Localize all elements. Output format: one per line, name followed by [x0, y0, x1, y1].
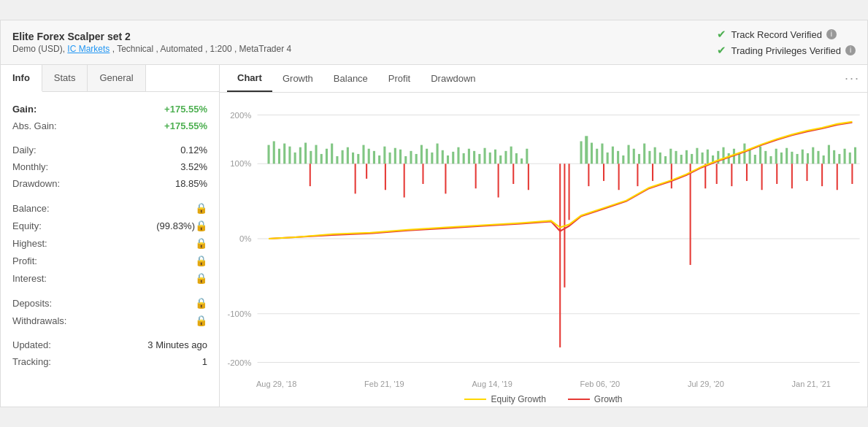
updated-label: Updated:	[12, 339, 51, 350]
svg-text:0%: 0%	[239, 234, 251, 243]
drawdown-row: Drawdown: 18.85%	[12, 175, 207, 192]
daily-value: 0.12%	[180, 145, 207, 155]
deposits-value: 🔒	[195, 297, 207, 309]
svg-text:-200%: -200%	[228, 358, 252, 367]
svg-text:100%: 100%	[230, 159, 251, 168]
highest-label: Highest:	[12, 238, 47, 249]
gain-row: Gain: +175.55%	[12, 101, 207, 118]
lock-icon-balance: 🔒	[195, 202, 207, 214]
daily-label: Daily:	[12, 145, 37, 155]
monthly-label: Monthly:	[12, 161, 48, 172]
lock-icon-equity: 🔒	[195, 220, 207, 231]
daily-row: Daily: 0.12%	[12, 142, 207, 158]
legend-growth-label: Growth	[594, 394, 623, 404]
tracking-value: 1	[202, 356, 207, 367]
withdrawals-row: Withdrawals: 🔒	[12, 312, 207, 329]
highest-value: 🔒	[195, 237, 207, 249]
monthly-row: Monthly: 3.52%	[12, 158, 207, 175]
header-right: ✔ Track Record Verified i ✔ Trading Priv…	[717, 28, 856, 57]
info-icon-2[interactable]: i	[845, 45, 856, 55]
equity-label: Equity:	[12, 220, 42, 231]
broker-link[interactable]: IC Markets	[67, 44, 110, 54]
balance-value: 🔒	[195, 202, 207, 214]
abs-gain-row: Abs. Gain: +175.55%	[12, 118, 207, 134]
drawdown-value: 18.85%	[175, 178, 207, 189]
interest-row: Interest: 🔒	[12, 269, 207, 287]
updated-value: 3 Minutes ago	[147, 339, 207, 350]
chart-area: 200% 100% 0% -100% -200%	[220, 93, 867, 407]
highest-row: Highest: 🔒	[12, 234, 207, 252]
chart-section: Chart Growth Balance Profit Drawdown ···…	[220, 65, 867, 407]
legend-growth-line	[568, 399, 590, 400]
equity-text: (99.83%)	[156, 220, 195, 231]
chart-tab-chart[interactable]: Chart	[227, 65, 272, 92]
verified-label-1: Track Record Verified	[731, 29, 822, 40]
x-label-2: Feb 21, '19	[364, 380, 404, 388]
chart-tabs: Chart Growth Balance Profit Drawdown ···	[220, 65, 867, 93]
chart-svg: 200% 100% 0% -100% -200%	[220, 100, 867, 377]
page-title: Elite Forex Scalper set 2	[12, 31, 291, 42]
svg-text:-100%: -100%	[228, 309, 252, 318]
abs-gain-label: Abs. Gain:	[12, 120, 57, 131]
legend-equity: Equity Growth	[464, 394, 545, 404]
info-icon-1[interactable]: i	[826, 29, 837, 39]
trading-privileges-verified: ✔ Trading Privileges Verified i	[717, 44, 856, 57]
chart-tab-growth[interactable]: Growth	[272, 66, 323, 91]
abs-gain-value: +175.55%	[164, 120, 207, 131]
gain-value: +175.55%	[164, 104, 207, 115]
x-label-5: Jul 29, '20	[688, 380, 724, 388]
sidebar: Info Stats General Gain: +175.55% Abs. G…	[1, 65, 220, 407]
check-icon-1: ✔	[717, 28, 726, 41]
lock-icon-withdrawals: 🔒	[195, 315, 207, 326]
main-container: Elite Forex Scalper set 2 Demo (USD), IC…	[0, 20, 868, 407]
lock-icon-deposits: 🔒	[195, 297, 207, 309]
legend-growth: Growth	[568, 394, 623, 404]
monthly-value: 3.52%	[180, 161, 207, 172]
green-bars	[269, 136, 855, 164]
x-label-3: Aug 14, '19	[472, 380, 512, 388]
verified-label-2: Trading Privileges Verified	[731, 45, 841, 56]
red-bars	[310, 164, 853, 347]
lock-icon-profit: 🔒	[195, 255, 207, 266]
sidebar-tabs: Info Stats General	[1, 65, 219, 92]
deposits-row: Deposits: 🔒	[12, 294, 207, 312]
header-left: Elite Forex Scalper set 2 Demo (USD), IC…	[12, 31, 291, 54]
interest-value: 🔒	[195, 272, 207, 284]
withdrawals-value: 🔒	[195, 315, 207, 326]
tab-stats[interactable]: Stats	[42, 65, 88, 91]
withdrawals-label: Withdrawals:	[12, 315, 66, 326]
x-label-1: Aug 29, '18	[256, 380, 296, 388]
chart-tab-profit[interactable]: Profit	[378, 66, 420, 91]
sidebar-info-content: Gain: +175.55% Abs. Gain: +175.55% Daily…	[1, 92, 219, 379]
svg-text:200%: 200%	[230, 111, 251, 120]
tracking-row: Tracking: 1	[12, 353, 207, 370]
legend-equity-label: Equity Growth	[491, 394, 545, 404]
header: Elite Forex Scalper set 2 Demo (USD), IC…	[1, 20, 867, 65]
subtitle-rest: , Technical , Automated , 1:200 , MetaTr…	[112, 44, 291, 54]
profit-label: Profit:	[12, 255, 37, 266]
track-record-verified: ✔ Track Record Verified i	[717, 28, 856, 41]
balance-label: Balance:	[12, 203, 50, 214]
chart-tab-balance[interactable]: Balance	[323, 66, 378, 91]
drawdown-label: Drawdown:	[12, 178, 60, 189]
tab-info[interactable]: Info	[1, 65, 42, 92]
x-axis-labels: Aug 29, '18 Feb 21, '19 Aug 14, '19 Feb …	[220, 380, 867, 388]
equity-row: Equity: (99.83%) 🔒	[12, 217, 207, 234]
equity-value: (99.83%) 🔒	[156, 220, 207, 231]
lock-icon-interest: 🔒	[195, 272, 207, 284]
tracking-label: Tracking:	[12, 356, 51, 367]
chart-more-button[interactable]: ···	[845, 71, 860, 86]
chart-legend: Equity Growth Growth	[220, 388, 867, 407]
subtitle-account: Demo (USD),	[12, 44, 65, 54]
x-label-6: Jan 21, '21	[792, 380, 831, 388]
main-content: Info Stats General Gain: +175.55% Abs. G…	[1, 65, 867, 407]
check-icon-2: ✔	[717, 44, 726, 57]
deposits-label: Deposits:	[12, 298, 52, 309]
chart-tab-drawdown[interactable]: Drawdown	[420, 66, 485, 91]
lock-icon-highest: 🔒	[195, 237, 207, 249]
tab-general[interactable]: General	[88, 65, 145, 91]
updated-row: Updated: 3 Minutes ago	[12, 336, 207, 353]
profit-row: Profit: 🔒	[12, 252, 207, 269]
interest-label: Interest:	[12, 273, 47, 284]
balance-row: Balance: 🔒	[12, 199, 207, 217]
